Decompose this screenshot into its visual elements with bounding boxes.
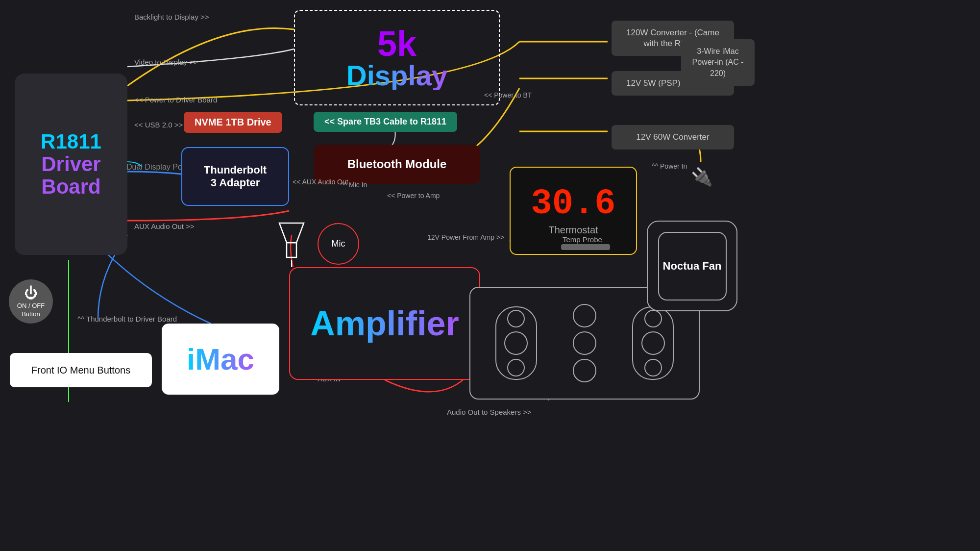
- mic-circle: Mic: [318, 223, 359, 265]
- power-to-bt-label: << Power to BT: [484, 91, 532, 100]
- imac-power-box: 3-Wire iMac Power-in (AC - 220): [681, 39, 755, 86]
- svg-rect-1: [287, 243, 296, 257]
- imac-label: iMac: [187, 342, 254, 376]
- display-5k: 5k Display: [294, 10, 500, 105]
- temp-probe-bar: [561, 244, 610, 250]
- aux-audio-out-label: AUX Audio Out >>: [134, 222, 195, 230]
- tb3-adapter-label: Thunderbolt 3 Adapter: [204, 164, 267, 189]
- driver-board: R1811 Driver Board: [15, 74, 127, 255]
- svg-marker-0: [279, 223, 304, 243]
- power-driver-label: << Power to Driver Board: [134, 96, 217, 104]
- thermostat-label: Thermostat: [548, 225, 598, 236]
- driver-board-r1811: R1811: [41, 130, 101, 153]
- power-in-label: ^^ Power In: [652, 162, 687, 172]
- driver-board-board: Board: [41, 175, 101, 198]
- funnel-shape: [274, 221, 309, 260]
- imac-box: iMac: [162, 324, 279, 395]
- backlight-label: Backlight to Display >>: [134, 13, 209, 21]
- dual-dp-label: Dual Display Port: [126, 162, 187, 173]
- tb3-cable-label: << Spare TB3 Cable to R1811: [324, 117, 446, 126]
- amplifier: Amplifier: [289, 267, 480, 380]
- diagram: R1811 Driver Board Backlight to Display …: [0, 0, 980, 551]
- bt-module-label: Bluetooth Module: [347, 157, 447, 171]
- onoff-label: ON / OFFButton: [17, 302, 45, 319]
- video-label: Video to Display >>: [134, 58, 198, 66]
- display-5k-title: 5k: [377, 26, 416, 61]
- tb3-adapter: Thunderbolt 3 Adapter: [181, 147, 289, 206]
- front-io-label: Front IO Menu Buttons: [31, 365, 130, 376]
- mic-in-label: ^^ Mic In: [341, 180, 367, 190]
- temp-probe-label: Temp Probe: [563, 235, 602, 244]
- noctua-fan: Noctua Fan: [647, 221, 737, 311]
- tb-to-driver-label: ^^ Thunderbolt to Driver Board: [77, 314, 177, 324]
- converter-12v-60w: 12V 60W Converter: [612, 125, 734, 150]
- tb3-cable: << Spare TB3 Cable to R1811: [314, 112, 457, 132]
- front-io-box: Front IO Menu Buttons: [10, 353, 152, 387]
- speaker-right: [632, 306, 674, 380]
- noctua-fan-label: Noctua Fan: [663, 260, 722, 273]
- power-plug-icon: 🔌: [691, 167, 713, 187]
- thermostat-reading: 30.6: [531, 186, 616, 222]
- mic-label: Mic: [332, 239, 345, 249]
- speaker-center: [573, 304, 596, 382]
- onoff-button[interactable]: ⏻ ON / OFFButton: [9, 279, 53, 324]
- nvme-drive: NVME 1TB Drive: [184, 112, 282, 133]
- power-icon: ⏻: [24, 285, 38, 301]
- nvme-drive-label: NVME 1TB Drive: [195, 117, 271, 127]
- converter-12v-60w-label: 12V 60W Converter: [636, 132, 709, 142]
- speaker-left: [495, 306, 537, 380]
- power-to-amp-label: << Power to Amp: [387, 191, 440, 201]
- 12v-power-label: 12V Power From Amp >>: [427, 233, 504, 243]
- audio-out-speakers-label: Audio Out to Speakers >>: [447, 408, 532, 416]
- driver-board-driver: Driver: [41, 153, 101, 175]
- usb20-label: << USB 2.0 >>: [134, 121, 183, 129]
- display-5k-subtitle: Display: [346, 61, 447, 90]
- imac-power-label: 3-Wire iMac Power-in (AC - 220): [692, 47, 744, 77]
- aux-out-small-label: << AUX Audio Out: [293, 177, 348, 187]
- amplifier-label: Amplifier: [310, 304, 459, 343]
